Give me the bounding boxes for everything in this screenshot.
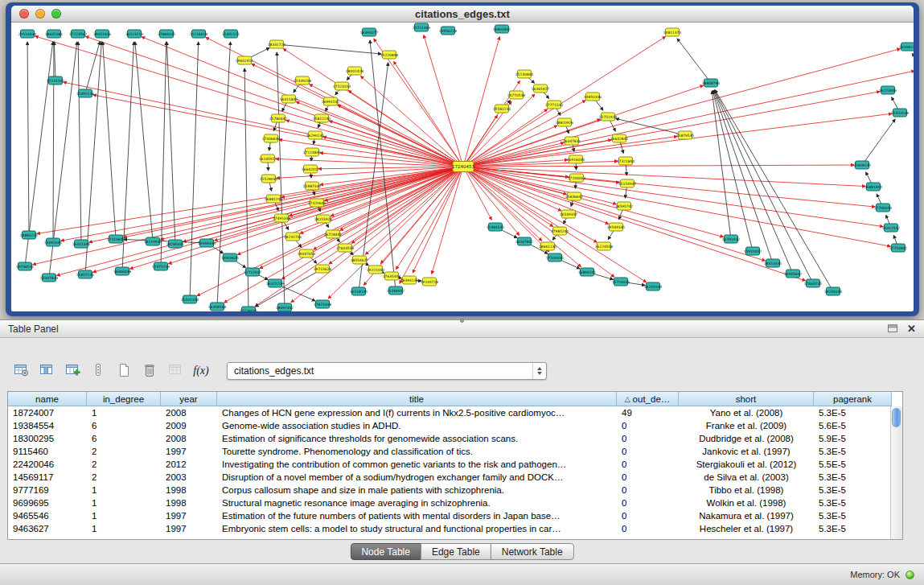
graph-node[interactable]: 16803442 bbox=[493, 25, 511, 33]
panel-resize-handle[interactable] bbox=[452, 318, 473, 323]
vertical-scrollbar[interactable] bbox=[890, 406, 902, 539]
graph-node[interactable]: 19312542 bbox=[882, 224, 901, 232]
graph-node[interactable]: 18595742 bbox=[615, 202, 634, 210]
graph-node[interactable]: 14850336 bbox=[584, 93, 602, 101]
graph-node[interactable]: 15284942 bbox=[387, 286, 405, 295]
graph-node[interactable]: 15780442 bbox=[269, 114, 288, 122]
import-table-button[interactable] bbox=[164, 360, 187, 381]
graph-node[interactable]: 17825448 bbox=[314, 300, 332, 308]
graph-node[interactable]: 15130844 bbox=[515, 70, 534, 78]
graph-node[interactable]: 16991532 bbox=[322, 97, 340, 105]
graph-node[interactable]: 16881844 bbox=[864, 183, 883, 191]
graph-node[interactable]: 18642081 bbox=[45, 30, 64, 38]
graph-node[interactable]: 17320645 bbox=[308, 199, 326, 207]
graph-node[interactable]: 18155926 bbox=[314, 215, 333, 223]
tab-edge-table[interactable]: Edge Table bbox=[421, 543, 491, 560]
table-row[interactable]: 1830029562008Estimation of significance … bbox=[8, 432, 902, 445]
float-panel-icon[interactable] bbox=[887, 322, 898, 336]
graph-node[interactable]: 17509335 bbox=[546, 253, 565, 262]
column-header-title[interactable]: title bbox=[217, 392, 617, 406]
graph-node[interactable]: 17006639 bbox=[262, 134, 281, 142]
graph-node[interactable]: 16047831 bbox=[563, 137, 581, 145]
graph-node[interactable]: 16518135 bbox=[350, 287, 368, 295]
graph-node[interactable]: 19221040 bbox=[367, 266, 385, 274]
graph-node[interactable]: 15528034 bbox=[260, 175, 278, 183]
graph-node[interactable]: 15836642 bbox=[565, 192, 584, 200]
network-canvas[interactable]: 2051033418642081172235621905140616523219… bbox=[11, 23, 914, 311]
graph-node[interactable]: 15220848 bbox=[380, 51, 399, 59]
graph-node[interactable]: 16411835 bbox=[280, 95, 298, 103]
table-row[interactable]: 977716911998Corpus callosum shape and si… bbox=[8, 484, 902, 496]
close-panel-icon[interactable]: ✕ bbox=[907, 323, 916, 334]
graph-node[interactable]: 17523203 bbox=[333, 82, 351, 90]
graph-node[interactable]: 17126035 bbox=[240, 307, 258, 311]
graph-node[interactable]: 16124548 bbox=[595, 242, 614, 250]
column-header-in_degree[interactable]: in_degree bbox=[87, 392, 161, 406]
table-row[interactable]: 946554611997Estimation of the future num… bbox=[8, 509, 902, 522]
graph-node[interactable]: 14956228 bbox=[439, 27, 458, 35]
graph-node[interactable]: 16791932 bbox=[722, 235, 741, 243]
graph-node[interactable]: 18820926 bbox=[556, 118, 574, 126]
tab-network-table[interactable]: Network Table bbox=[491, 543, 574, 560]
graph-node[interactable]: 15154937 bbox=[618, 179, 637, 187]
graph-node[interactable]: 16273446 bbox=[879, 86, 897, 94]
table-row[interactable]: 1872400712008Changes of HCN gene express… bbox=[8, 406, 902, 419]
graph-node[interactable]: 19245034 bbox=[824, 287, 843, 295]
graph-node[interactable]: 15501334 bbox=[181, 295, 199, 303]
graph-node[interactable]: 16358548 bbox=[208, 303, 227, 311]
graph-node[interactable]: 15692035 bbox=[44, 238, 63, 246]
graph-node[interactable]: 16642017 bbox=[302, 165, 320, 173]
graph-node[interactable]: 15384535 bbox=[487, 223, 505, 231]
column-header-name[interactable]: name bbox=[8, 392, 87, 406]
graph-node[interactable]: 17663235 bbox=[804, 279, 823, 287]
window-titlebar[interactable]: citations_edges.txt bbox=[11, 6, 914, 23]
table-selector-dropdown[interactable]: citations_edges.txt bbox=[227, 362, 547, 380]
graph-node[interactable]: 16145927 bbox=[259, 154, 277, 163]
graph-node[interactable]: 17310645 bbox=[107, 235, 125, 243]
graph-node[interactable]: 15857135 bbox=[76, 270, 95, 278]
graph-node[interactable]: 17771530 bbox=[545, 101, 564, 109]
graph-node[interactable]: 15910442 bbox=[744, 247, 762, 255]
graph-node[interactable]: 20510334 bbox=[18, 30, 37, 38]
graph-node[interactable]: 17131542 bbox=[47, 76, 65, 84]
column-header-out_de[interactable]: △out_de… bbox=[617, 392, 679, 406]
graph-node[interactable]: 16365427 bbox=[532, 84, 550, 93]
graph-node[interactable]: 19738531 bbox=[16, 262, 35, 270]
graph-node[interactable]: 17754842 bbox=[889, 244, 908, 252]
graph-node[interactable]: 18285031 bbox=[166, 240, 185, 248]
graph-node[interactable]: 18331724 bbox=[268, 40, 286, 48]
graph-node[interactable]: 16322239 bbox=[266, 279, 285, 287]
graph-node[interactable]: 14770538 bbox=[507, 91, 526, 99]
graph-node[interactable]: 18394135 bbox=[400, 276, 419, 284]
graph-node[interactable]: 19144728 bbox=[421, 278, 439, 286]
column-header-pagerank[interactable]: pagerank bbox=[814, 392, 892, 406]
graph-node[interactable]: 19602411 bbox=[236, 56, 254, 64]
graph-node[interactable]: 15812240 bbox=[313, 114, 331, 122]
graph-node[interactable]: 16523219 bbox=[125, 30, 144, 38]
graph-node[interactable]: 17204063 bbox=[568, 174, 586, 182]
graph-node[interactable]: 14903635 bbox=[221, 253, 240, 262]
graph-node[interactable]: 17114830 bbox=[303, 148, 322, 156]
graph-node[interactable]: 17321844 bbox=[617, 157, 635, 165]
graph-node[interactable]: 17475739 bbox=[152, 262, 170, 270]
graph-node[interactable]: 16008139 bbox=[899, 43, 914, 51]
graph-node[interactable]: 15726035 bbox=[612, 278, 630, 286]
graph-hub-node[interactable]: 17240453 bbox=[452, 162, 474, 172]
graph-node[interactable]: 17603558 bbox=[336, 244, 355, 252]
graph-node[interactable]: 16894241 bbox=[578, 268, 597, 276]
graph-node[interactable]: 16395077 bbox=[360, 28, 379, 36]
delete-table-button[interactable] bbox=[138, 360, 161, 381]
function-builder-button[interactable]: f(x) bbox=[190, 360, 212, 381]
graph-node[interactable]: 15339208 bbox=[294, 76, 312, 84]
graph-node[interactable]: 18554627 bbox=[351, 256, 369, 264]
graph-node[interactable]: 18001428 bbox=[346, 67, 364, 75]
graph-node[interactable]: 18231746 bbox=[284, 233, 302, 241]
graph-node[interactable]: 17495338 bbox=[273, 214, 291, 222]
show-columns-button[interactable] bbox=[35, 360, 58, 381]
graph-node[interactable]: 16067842 bbox=[515, 237, 534, 245]
table-row[interactable]: 946362711997Embryonic stem cells: a mode… bbox=[8, 522, 902, 535]
table-settings-button[interactable] bbox=[10, 360, 32, 381]
graph-node[interactable]: 16881240 bbox=[265, 195, 283, 203]
graph-node[interactable]: 16666438 bbox=[113, 267, 132, 275]
row-options-button[interactable] bbox=[87, 360, 109, 381]
